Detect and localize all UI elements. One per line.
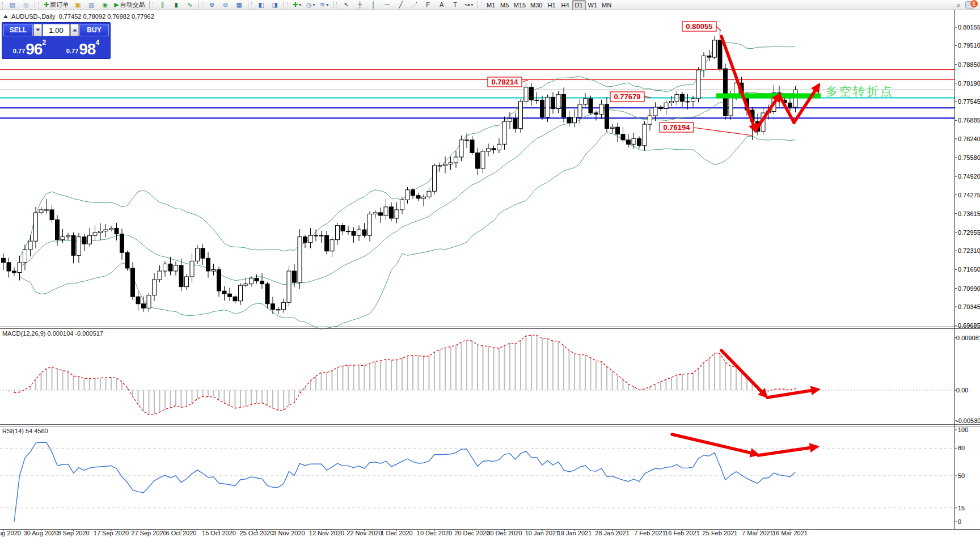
bollinger-bands [20, 42, 796, 329]
price-tag[interactable]: 0.76194 [660, 122, 753, 136]
trend-arrow-macd[interactable] [767, 390, 817, 398]
notifications-icon[interactable]: 1 [965, 1, 974, 9]
new-order-button[interactable]: ✚新订单 [41, 0, 71, 10]
toolbar-label: M30 [530, 2, 542, 9]
zoom-in-icon: ⊕ [209, 2, 214, 8]
svg-text:0.72310: 0.72310 [958, 247, 980, 254]
toolbar-grip [202, 2, 204, 9]
svg-text:0.78214: 0.78214 [492, 78, 519, 86]
crosshair-button[interactable]: ┼ [353, 0, 367, 10]
timeframe-m30-button[interactable]: M30 [528, 0, 544, 10]
svg-text:16 Mar 2021: 16 Mar 2021 [772, 530, 808, 536]
svg-text:0.77679: 0.77679 [614, 92, 641, 101]
zoom-out-button[interactable]: ⊖ [219, 0, 233, 10]
line-chart-icon: ∿ [187, 2, 192, 8]
trendline-icon: ╱ [399, 2, 403, 8]
toolbar-grip [251, 2, 254, 9]
profiles-button[interactable]: ◎ [19, 0, 33, 10]
horizontal-line-icon: ─ [385, 2, 390, 8]
notification-badge: 1 [970, 0, 978, 7]
buy-price[interactable]: 0.77984 [57, 37, 109, 57]
horizontal-line-button[interactable]: ─ [381, 0, 394, 10]
metaeditor-icon: ▣ [75, 2, 81, 8]
svg-text:20 Aug 2020: 20 Aug 2020 [0, 530, 21, 536]
toolbar-label: M15 [514, 2, 526, 9]
svg-text:8 Sep 2020: 8 Sep 2020 [57, 530, 89, 536]
tile-windows-icon: ▦ [236, 2, 242, 8]
search-icon[interactable]: ⌕ [957, 2, 961, 8]
vertical-line-button[interactable]: │ [367, 0, 381, 10]
buy-button[interactable]: BUY [79, 24, 109, 36]
chevron-down-icon: ▾ [299, 2, 301, 7]
toolbar: ▤◎✚新订单▣▥◉▶自动交易∥▮∿⊕⊖▦◧◨✚▾◷▾≋▾↖┼│─╱⋰FAT↝▾M… [0, 0, 980, 10]
timeframe-m15-button[interactable]: M15 [512, 0, 528, 10]
autotrading-button[interactable]: ▶自动交易 [112, 0, 147, 10]
text-label-button[interactable]: T [449, 0, 462, 10]
price-axis[interactable]: 0.801550.795100.788500.781900.775450.768… [954, 24, 980, 525]
turning-point-bar[interactable] [716, 94, 821, 99]
indicators-button[interactable]: ≋▾ [318, 0, 331, 10]
bar-chart-button[interactable]: ∥ [156, 0, 170, 10]
trend-arrow-macd[interactable] [721, 350, 766, 396]
vertical-line-icon: │ [371, 2, 375, 8]
candlestick-chart-button[interactable]: ▮ [170, 0, 183, 10]
equidistant-channel-button[interactable]: ⋰ [408, 0, 421, 10]
signals-button[interactable]: ◉ [98, 0, 112, 10]
sell-button[interactable]: SELL [3, 24, 33, 36]
volume-input[interactable] [43, 24, 70, 36]
tile-windows-button[interactable]: ▦ [233, 0, 246, 10]
text-button[interactable]: A [435, 0, 449, 10]
trendline-button[interactable]: ╱ [394, 0, 408, 10]
svg-text:1 Dec 2020: 1 Dec 2020 [381, 530, 412, 536]
svg-text:6 Oct 2020: 6 Oct 2020 [166, 530, 197, 536]
price-tag[interactable]: 0.78214 [488, 77, 528, 87]
turning-point-annotation[interactable]: 多空转折点 [826, 83, 894, 99]
svg-text:0.71650: 0.71650 [958, 266, 980, 273]
time-axis[interactable]: 20 Aug 202030 Aug 20208 Sep 202017 Sep 2… [0, 529, 808, 536]
collapse-ohlc-icon[interactable] [3, 15, 8, 18]
toolbar-label: M1 [487, 2, 495, 9]
svg-text:25 Oct 2020: 25 Oct 2020 [240, 530, 274, 536]
trend-arrow-rsi[interactable] [672, 434, 757, 454]
timeframe-h1-button[interactable]: H1 [545, 0, 559, 10]
volume-decrement-button[interactable] [33, 24, 42, 36]
timeframe-h4-button[interactable]: H4 [559, 0, 572, 10]
sell-price[interactable]: 0.77962 [3, 37, 56, 57]
indicators-icon: ≋ [320, 2, 325, 8]
svg-text:7 Feb 2021: 7 Feb 2021 [634, 530, 666, 536]
zoom-in-button[interactable]: ⊕ [205, 0, 219, 10]
cursor-button[interactable]: ↖ [340, 0, 353, 10]
volume-increment-button[interactable] [70, 24, 79, 36]
svg-text:0.80155: 0.80155 [958, 24, 980, 31]
period-button[interactable]: ◷▾ [304, 0, 318, 10]
new-chart-icon: ✚ [293, 2, 298, 8]
timeframe-m5-button[interactable]: M5 [498, 0, 512, 10]
price-tag[interactable]: 0.80055 [682, 22, 721, 31]
price-tag[interactable]: 0.77679 [610, 92, 651, 102]
cascade-windows-button[interactable]: ◨ [268, 0, 282, 10]
new-chart-button[interactable]: ✚▾ [290, 0, 304, 10]
timeframe-mn-button[interactable]: MN [599, 0, 614, 10]
svg-text:0.78190: 0.78190 [958, 80, 980, 87]
data-window-button[interactable]: ▥ [85, 0, 98, 10]
timeframe-w1-button[interactable]: W1 [586, 0, 600, 10]
timeframe-d1-button[interactable]: D1 [572, 0, 586, 10]
svg-text:0.72955: 0.72955 [958, 229, 980, 236]
fibonacci-button[interactable]: F [421, 0, 435, 10]
arrange-windows-button[interactable]: ◧ [255, 0, 268, 10]
toolbar-separator [478, 1, 478, 9]
line-chart-button[interactable]: ∿ [183, 0, 197, 10]
timeframe-m1-button[interactable]: M1 [484, 0, 498, 10]
svg-text:0.00: 0.00 [956, 387, 968, 394]
svg-text:15 Oct 2020: 15 Oct 2020 [202, 530, 236, 536]
svg-text:20 Dec 2020: 20 Dec 2020 [454, 530, 489, 536]
trend-arrow-main[interactable] [755, 95, 779, 130]
macd-indicator-label: MACD(12,26,9) 0.000104 -0.000517 [2, 330, 103, 337]
price-chart-canvas[interactable]: 0.801550.795100.788500.781900.775450.768… [0, 0, 980, 537]
one-click-trading-panel: SELL BUY 0.77962 0.77984 [2, 22, 111, 59]
arrows-button[interactable]: ↝▾ [462, 0, 476, 10]
chart-window-button[interactable]: ▤ [6, 0, 19, 10]
svg-text:50: 50 [958, 472, 965, 479]
bollinger-upper [20, 42, 796, 258]
metaeditor-button[interactable]: ▣ [71, 0, 85, 10]
